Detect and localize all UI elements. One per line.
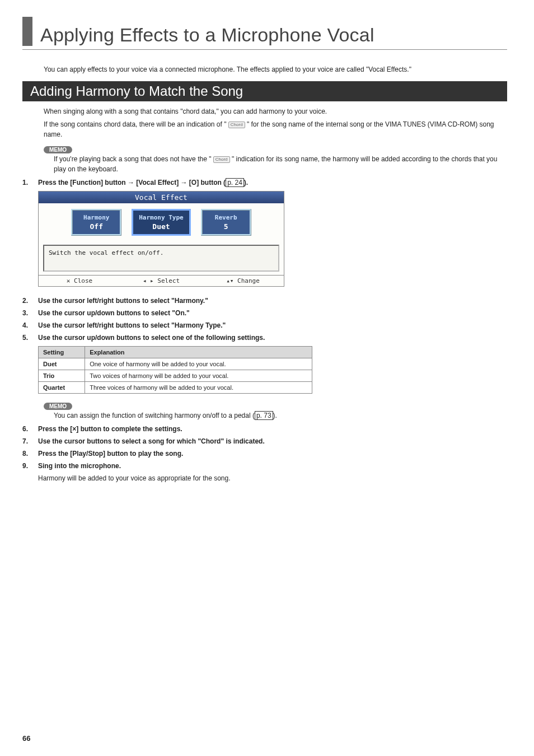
param-harmony-value: Off [78, 222, 114, 231]
table-cell-explanation: Three voices of harmony will be added to… [85, 381, 312, 393]
chord-chip-icon-2: Chord [213, 156, 230, 163]
vocal-effect-screen: Vocal Effect Harmony Off Harmony Type Du… [38, 191, 284, 287]
step-body: Use the cursor left/right buttons to sel… [38, 321, 507, 329]
section-heading: Adding Harmony to Match the Song [22, 81, 507, 101]
step1-textb: [Vocal Effect] [136, 179, 180, 186]
param-harmony: Harmony Off [71, 209, 121, 236]
step-number: 3. [22, 309, 38, 317]
table-header-row: Setting Explanation [39, 346, 312, 358]
para-2a: If the song contains chord data, there w… [44, 120, 228, 128]
table-row: Duet One voice of harmony will be added … [39, 358, 312, 370]
step-number: 5. [22, 334, 38, 342]
screen-foot-change: ▴▾ Change [202, 276, 284, 286]
step-row: 3. Use the cursor up/down buttons to sel… [22, 309, 507, 317]
param-reverb-label: Reverb [208, 214, 244, 221]
step-body: Press the [Function] button → [Vocal Eff… [38, 179, 507, 186]
step-row: 6. Press the [×] button to complete the … [22, 425, 507, 433]
page-ref-link[interactable]: p. 24 [226, 178, 244, 187]
step-row: 2. Use the cursor left/right buttons to … [22, 297, 507, 305]
step1-texta: Press the [Function] button [38, 179, 128, 186]
step-number: 9. [22, 462, 38, 470]
table-row: Trio Two voices of harmony will be added… [39, 370, 312, 381]
screen-title: Vocal Effect [39, 192, 284, 203]
step-body: Use the cursor up/down buttons to select… [38, 334, 507, 342]
step-row: 7. Use the cursor buttons to select a so… [22, 437, 507, 445]
arrow-icon: → [128, 179, 134, 186]
para-2: If the song contains chord data, there w… [44, 120, 507, 139]
memo1a: If you're playing back a song that does … [54, 155, 213, 163]
page-ref-link[interactable]: p. 73 [255, 411, 273, 420]
page-number: 66 [22, 734, 30, 743]
table-cell-setting: Duet [39, 358, 85, 370]
memo2b: ). [273, 412, 277, 419]
screen-description: Switch the vocal effect on/off. [43, 245, 279, 272]
screen-foot-close: ✕ Close [39, 276, 120, 286]
step1-textc: [O] button ( [189, 179, 226, 186]
arrow-icon: → [180, 179, 187, 186]
param-type-label: Harmony Type [139, 214, 183, 221]
para-1: When singing along with a song that cont… [44, 107, 507, 116]
memo2a: You can assign the function of switching… [54, 412, 255, 419]
step-number: 2. [22, 297, 38, 305]
table-cell-setting: Quartet [39, 381, 85, 393]
step-body: Sing into the microphone. [38, 462, 507, 470]
step-body: Use the cursor up/down buttons to select… [38, 309, 507, 317]
step-number: 1. [22, 179, 38, 186]
param-type-value: Duet [139, 222, 183, 231]
step-number: 8. [22, 450, 38, 458]
param-harmony-label: Harmony [78, 214, 114, 221]
table-cell-setting: Trio [39, 370, 85, 381]
table-header-setting: Setting [39, 346, 85, 358]
param-reverb: Reverb 5 [201, 209, 251, 236]
step-body: Use the cursor left/right buttons to sel… [38, 297, 507, 305]
param-harmony-type: Harmony Type Duet [132, 209, 190, 236]
page-title: Applying Effects to a Microphone Vocal [40, 24, 374, 46]
table-row: Quartet Three voices of harmony will be … [39, 381, 312, 393]
step-row: 9. Sing into the microphone. [22, 462, 507, 470]
table-header-explanation: Explanation [85, 346, 312, 358]
step-row: 4. Use the cursor left/right buttons to … [22, 321, 507, 329]
chord-chip-icon: Chord [228, 122, 245, 128]
step-body: Press the [Play/Stop] button to play the… [38, 450, 507, 458]
step-body: Use the cursor buttons to select a song … [38, 437, 507, 445]
settings-table: Setting Explanation Duet One voice of ha… [38, 346, 312, 394]
memo-badge-2: MEMO [44, 403, 72, 410]
param-reverb-value: 5 [208, 222, 244, 231]
step-number: 6. [22, 425, 38, 433]
step-row: 1. Press the [Function] button → [Vocal … [22, 179, 507, 186]
memo-text-2: You can assign the function of switching… [54, 411, 507, 421]
screen-footer: ✕ Close ◂ ▸ Select ▴▾ Change [39, 275, 284, 286]
step-body: Press the [×] button to complete the set… [38, 425, 507, 433]
step-row: 8. Press the [Play/Stop] button to play … [22, 450, 507, 458]
title-accent-bar [22, 17, 32, 46]
step-row: 5. Use the cursor up/down buttons to sel… [22, 334, 507, 342]
table-cell-explanation: One voice of harmony will be added to yo… [85, 358, 312, 370]
step9-sub: Harmony will be added to your voice as a… [38, 474, 507, 482]
screen-foot-select: ◂ ▸ Select [120, 276, 202, 286]
step1-textd: ). [244, 179, 248, 186]
step-number: 7. [22, 437, 38, 445]
table-cell-explanation: Two voices of harmony will be added to y… [85, 370, 312, 381]
memo-text-1: If you're playing back a song that does … [54, 155, 507, 174]
intro-text: You can apply effects to your voice via … [44, 66, 507, 73]
step-number: 4. [22, 321, 38, 329]
memo-badge-1: MEMO [44, 146, 72, 153]
